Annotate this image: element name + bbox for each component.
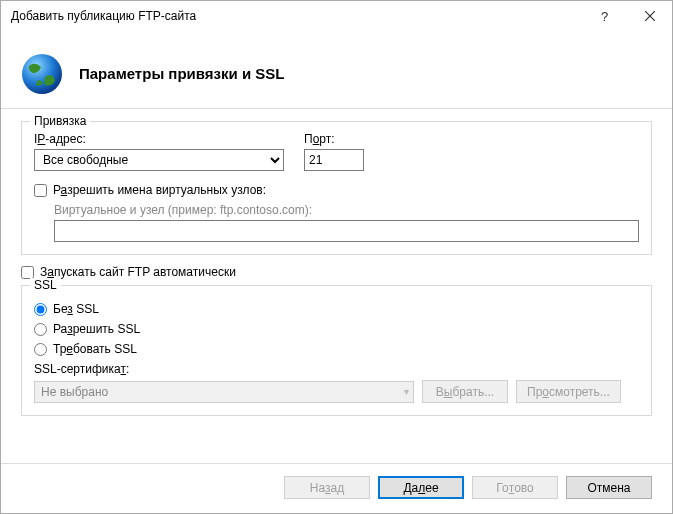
cancel-button[interactable]: Отмена xyxy=(566,476,652,499)
cert-select: Не выбрано ▾ xyxy=(34,381,414,403)
autostart-checkbox[interactable] xyxy=(21,266,34,279)
ssl-none-label: Без SSL xyxy=(53,302,99,316)
page-title: Параметры привязки и SSL xyxy=(79,65,285,82)
finish-button: Готово xyxy=(472,476,558,499)
back-button: Назад xyxy=(284,476,370,499)
vhost-field-label: Виртуальное и узел (пример: ftp.contoso.… xyxy=(54,203,639,217)
globe-icon xyxy=(19,51,65,97)
window-title: Добавить публикацию FTP-сайта xyxy=(11,9,582,23)
wizard-footer: Назад Далее Готово Отмена xyxy=(1,463,672,513)
ssl-none-radio[interactable] xyxy=(34,303,47,316)
next-button[interactable]: Далее xyxy=(378,476,464,499)
port-input[interactable] xyxy=(304,149,364,171)
binding-group-title: Привязка xyxy=(30,114,90,128)
cert-select-value: Не выбрано xyxy=(41,385,108,399)
autostart-label: Запускать сайт FTP автоматически xyxy=(40,265,236,279)
binding-group: Привязка IP-адрес: Все свободные Порт: Р… xyxy=(21,121,652,255)
wizard-header: Параметры привязки и SSL xyxy=(1,31,672,109)
chevron-down-icon: ▾ xyxy=(404,386,409,397)
ssl-group: SSL Без SSL Разрешить SSL Требовать SSL … xyxy=(21,285,652,416)
vhost-checkbox[interactable] xyxy=(34,184,47,197)
help-button[interactable]: ? xyxy=(582,1,627,31)
close-button[interactable] xyxy=(627,1,672,31)
cert-select-button: Выбрать... xyxy=(422,380,508,403)
vhost-checkbox-label: Разрешить имена виртуальных узлов: xyxy=(53,183,266,197)
cert-view-button: Просмотреть... xyxy=(516,380,621,403)
svg-point-2 xyxy=(22,54,62,94)
vhost-input xyxy=(54,220,639,242)
titlebar: Добавить публикацию FTP-сайта ? xyxy=(1,1,672,31)
cert-label: SSL-сертификат: xyxy=(34,362,639,376)
ssl-allow-label: Разрешить SSL xyxy=(53,322,140,336)
ssl-require-label: Требовать SSL xyxy=(53,342,137,356)
content-area: Привязка IP-адрес: Все свободные Порт: Р… xyxy=(1,109,672,463)
close-icon xyxy=(645,11,655,21)
ip-label: IP-адрес: xyxy=(34,132,284,146)
ssl-require-radio[interactable] xyxy=(34,343,47,356)
port-label: Порт: xyxy=(304,132,364,146)
ssl-allow-radio[interactable] xyxy=(34,323,47,336)
ssl-group-title: SSL xyxy=(30,278,61,292)
ip-address-select[interactable]: Все свободные xyxy=(34,149,284,171)
